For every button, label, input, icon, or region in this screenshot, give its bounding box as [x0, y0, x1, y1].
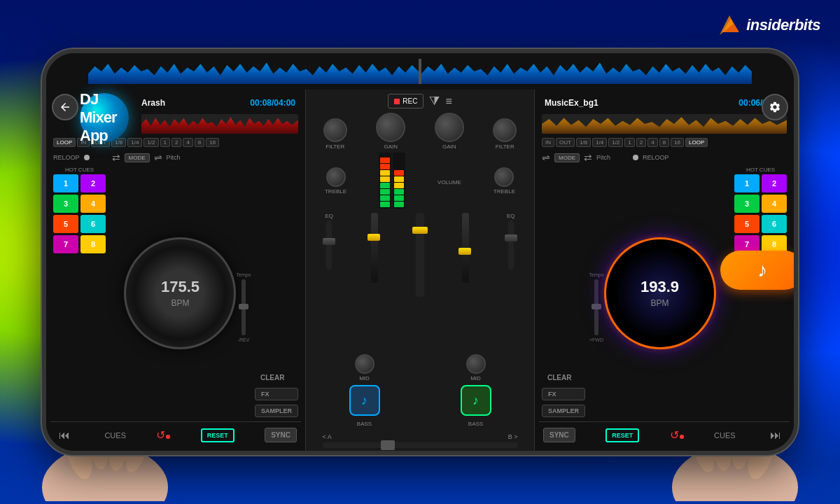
left-clear-btn[interactable]: CLEAR	[255, 372, 298, 384]
right-reloop-label: RELOOP	[643, 154, 669, 161]
right-waveform	[542, 114, 787, 134]
left-fx-btn[interactable]: FX	[255, 388, 298, 400]
eq-left-track[interactable]	[326, 220, 332, 270]
loop-btn-2[interactable]: 2	[172, 138, 181, 147]
right-clear-btn[interactable]: CLEAR	[542, 372, 585, 384]
music-library-btn[interactable]: ♪	[720, 251, 794, 290]
right-turntable[interactable]: 193.9 BPM	[604, 237, 716, 349]
hc-right-5[interactable]: 5	[734, 215, 760, 233]
right-loop-btn-1-8[interactable]: 1/8	[576, 138, 591, 147]
gain-right-knob[interactable]	[435, 113, 464, 142]
left-sampler-btn[interactable]: SAMPLER	[255, 405, 298, 417]
right-fx-btn[interactable]: FX	[542, 388, 585, 400]
right-pitch-track[interactable]	[594, 279, 598, 335]
hc-left-7[interactable]: 7	[53, 235, 78, 253]
loop-btn-1-2[interactable]: 1/2	[144, 138, 158, 147]
left-turntable[interactable]: 175.5 BPM	[124, 237, 236, 349]
left-reset-btn[interactable]: RESET	[201, 428, 234, 442]
left-shuffle-btn[interactable]: ⇌	[154, 152, 162, 163]
right-hot-cues-grid: 1 2 3 4 5 6 7 8	[734, 174, 787, 253]
waveform-center	[419, 59, 421, 84]
right-shuffle-btn[interactable]: ⇌	[542, 152, 550, 163]
eq-adjust-btn[interactable]: ⧩	[429, 94, 440, 108]
loop-btn-4[interactable]: 4	[183, 138, 192, 147]
right-reset-btn[interactable]: RESET	[606, 428, 639, 442]
vol-right-track[interactable]	[462, 213, 469, 283]
hc-right-2[interactable]: 2	[762, 174, 787, 192]
right-record-btn[interactable]: ↺	[670, 428, 684, 442]
eq-right-track[interactable]	[508, 220, 514, 270]
gain-left-knob[interactable]	[376, 113, 405, 142]
hc-left-4[interactable]: 4	[80, 195, 106, 213]
left-skip-back-btn[interactable]: ⏮	[55, 426, 74, 445]
right-loop-btn-out[interactable]: OUT	[556, 138, 575, 147]
bass-left-btn[interactable]: ♪	[349, 385, 380, 416]
right-loop-btn-1-2[interactable]: 1/2	[608, 138, 623, 147]
hc-left-1[interactable]: 1	[53, 174, 78, 192]
mid-right-knob[interactable]	[466, 354, 486, 374]
menu-btn[interactable]: ≡	[445, 95, 451, 108]
hc-left-2[interactable]: 2	[80, 174, 106, 192]
bass-right-btn[interactable]: ♪	[461, 385, 491, 416]
hc-right-3[interactable]: 3	[734, 195, 760, 213]
loop-btn-1-4[interactable]: 1/4	[127, 138, 142, 147]
right-mode-btn[interactable]: MODE	[554, 153, 580, 162]
loop-btn-8[interactable]: 8	[195, 138, 204, 147]
hc-left-6[interactable]: 6	[80, 215, 106, 233]
mixer-top-row: REC ⧩ ≡	[306, 90, 534, 111]
settings-button[interactable]	[762, 94, 788, 120]
loop-btn-16[interactable]: 16	[206, 138, 219, 147]
hc-right-4[interactable]: 4	[762, 195, 787, 213]
left-pitch-track[interactable]	[241, 279, 246, 335]
right-skip-fwd-btn[interactable]: ⏭	[766, 426, 785, 445]
right-loop-btn-1-4[interactable]: 1/4	[592, 138, 607, 147]
right-fwd-label: +FWD	[589, 337, 603, 342]
rec-button[interactable]: REC	[388, 94, 424, 108]
right-loop-btn-in[interactable]: IN	[542, 138, 554, 147]
vol-left-track[interactable]	[371, 213, 378, 283]
right-loop-btn-16[interactable]: 16	[671, 138, 684, 147]
right-sampler-btn[interactable]: SAMPLER	[542, 405, 585, 417]
right-cues-btn[interactable]: CUES	[714, 431, 736, 440]
hc-right-6[interactable]: 6	[762, 215, 787, 233]
eq-right-thumb[interactable]	[505, 234, 517, 241]
right-loop-btn-2[interactable]: 2	[636, 138, 646, 147]
back-button[interactable]	[52, 94, 78, 120]
loop-btn-loop[interactable]: LOOP	[53, 138, 76, 147]
right-controls-column: CLEAR FX SAMPLER	[542, 167, 585, 420]
left-pitch-thumb[interactable]	[239, 304, 248, 309]
eq-left-thumb[interactable]	[323, 238, 335, 245]
left-sync-btn[interactable]: SYNC	[265, 428, 297, 442]
music-note-right-icon: ♪	[472, 393, 479, 408]
hc-left-8[interactable]: 8	[80, 235, 106, 253]
hc-right-1[interactable]: 1	[734, 174, 760, 192]
left-repeat-btn[interactable]: ⇄	[112, 152, 120, 163]
filter-right-knob[interactable]	[493, 118, 517, 142]
right-reloop-dot[interactable]	[633, 155, 638, 160]
right-loop-btn-1[interactable]: 1	[624, 138, 634, 147]
hc-left-3[interactable]: 3	[53, 195, 78, 213]
center-fader-thumb[interactable]	[412, 227, 428, 234]
right-repeat-btn[interactable]: ⇄	[584, 152, 592, 163]
filter-left-knob[interactable]	[323, 118, 347, 142]
crossfader-track[interactable]	[323, 442, 518, 448]
left-record-btn[interactable]: ↺	[156, 428, 170, 442]
right-loop-btn-8[interactable]: 8	[659, 138, 669, 147]
waveform-right	[421, 59, 752, 84]
right-loop-btn-loop[interactable]: LOOP	[685, 138, 708, 147]
crossfader-thumb[interactable]	[381, 440, 395, 450]
right-sync-btn[interactable]: SYNC	[543, 428, 575, 442]
left-cues-btn[interactable]: CUES	[104, 431, 126, 440]
loop-btn-1[interactable]: 1	[160, 138, 170, 147]
left-reloop-dot[interactable]	[84, 155, 90, 160]
treble-left-knob[interactable]	[326, 167, 346, 187]
right-loop-btn-4[interactable]: 4	[648, 138, 657, 147]
left-mode-btn[interactable]: MODE	[125, 153, 150, 162]
center-fader-track[interactable]	[416, 213, 424, 297]
vol-right-thumb[interactable]	[458, 248, 471, 255]
hc-left-5[interactable]: 5	[53, 215, 78, 233]
mid-left-knob[interactable]	[355, 354, 374, 374]
treble-right-knob[interactable]	[494, 167, 514, 187]
vol-left-thumb[interactable]	[368, 234, 380, 241]
right-pitch-thumb[interactable]	[592, 304, 601, 309]
